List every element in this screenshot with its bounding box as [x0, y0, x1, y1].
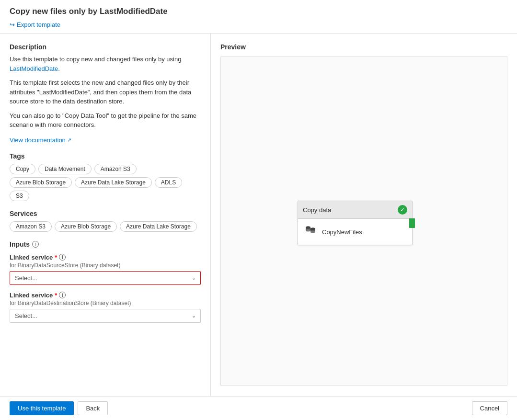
required-star-2: *	[55, 292, 57, 299]
bottom-left-buttons: Use this template Back	[10, 401, 108, 415]
preview-canvas: Copy data ✓	[220, 57, 507, 386]
inputs-section: Inputs i Linked service * i for BinaryDa…	[10, 240, 201, 323]
inputs-heading-row: Inputs i	[10, 240, 201, 248]
right-panel: Preview Copy data ✓	[211, 34, 517, 396]
green-indicator	[409, 218, 415, 228]
export-template-link[interactable]: ↪ Export template	[10, 21, 60, 28]
cancel-button[interactable]: Cancel	[472, 401, 507, 415]
linked-service-2-select[interactable]: Select...	[10, 309, 201, 323]
service-azure-blob: Azure Blob Storage	[55, 221, 117, 232]
tags-heading: Tags	[10, 152, 201, 160]
export-arrow-icon: ↪	[10, 21, 15, 28]
main-content: Description Use this template to copy ne…	[0, 34, 517, 396]
copy-data-card: Copy data ✓	[298, 201, 413, 245]
linked-service-2-info-icon[interactable]: i	[59, 292, 66, 298]
view-documentation-link[interactable]: View documentation ↗	[10, 136, 71, 144]
description-para1: Use this template to copy new and change…	[10, 55, 201, 73]
description-para3: You can also go to "Copy Data Tool" to g…	[10, 111, 201, 130]
top-bar: Copy new files only by LastModifiedDate …	[0, 0, 517, 34]
copy-data-title: Copy data	[303, 206, 331, 214]
svg-point-3	[306, 227, 310, 229]
use-template-button[interactable]: Use this template	[10, 401, 74, 415]
check-circle-icon: ✓	[398, 205, 407, 215]
svg-point-2	[306, 229, 310, 232]
linked-service-1-select-wrapper: Select... ⌄	[10, 271, 201, 285]
tag-azure-datalake: Azure Data Lake Storage	[75, 177, 152, 188]
tag-copy: Copy	[10, 164, 35, 174]
linked-service-1-select[interactable]: Select...	[10, 271, 201, 285]
bottom-bar: Use this template Back Cancel	[0, 396, 517, 420]
linked-service-2-label: Linked service * i	[10, 292, 201, 299]
inputs-heading: Inputs	[10, 240, 30, 248]
description-heading: Description	[10, 43, 201, 51]
external-link-icon: ↗	[67, 137, 71, 143]
copy-new-files-label: CopyNewFiles	[322, 228, 362, 236]
linked-service-2-sublabel: for BinaryDataDestinationStore (Binary d…	[10, 300, 201, 306]
tag-adls: ADLS	[155, 177, 182, 188]
tag-azure-blob: Azure Blob Storage	[10, 177, 72, 188]
linked-service-1-sublabel: for BinaryDataSourceStore (Binary datase…	[10, 262, 201, 269]
tag-amazon-s3: Amazon S3	[94, 164, 137, 174]
linked-service-1-block: Linked service * i for BinaryDataSourceS…	[10, 254, 201, 285]
service-azure-datalake: Azure Data Lake Storage	[120, 221, 197, 232]
linked-service-1-info-icon[interactable]: i	[59, 254, 66, 261]
inputs-info-icon[interactable]: i	[32, 241, 39, 248]
back-button[interactable]: Back	[78, 401, 108, 415]
copy-data-body: CopyNewFiles	[298, 218, 412, 245]
linked-service-2-select-wrapper: Select... ⌄	[10, 309, 201, 323]
services-section: Services Amazon S3 Azure Blob Storage Az…	[10, 210, 201, 232]
tag-data-movement: Data Movement	[38, 164, 92, 174]
copy-data-header: Copy data ✓	[298, 201, 412, 218]
tags-container: Copy Data Movement Amazon S3 Azure Blob …	[10, 164, 201, 201]
tag-s3: S3	[10, 191, 29, 201]
tags-section: Tags Copy Data Movement Amazon S3 Azure …	[10, 152, 201, 201]
page-title: Copy new files only by LastModifiedDate	[10, 7, 507, 16]
left-panel: Description Use this template to copy ne…	[0, 34, 211, 396]
database-icon	[304, 224, 317, 240]
linked-service-2-block: Linked service * i for BinaryDataDestina…	[10, 292, 201, 323]
linked-service-1-label: Linked service * i	[10, 254, 201, 261]
svg-point-6	[310, 231, 315, 233]
description-para2: This template first selects the new and …	[10, 78, 201, 106]
services-heading: Services	[10, 210, 201, 217]
required-star-1: *	[55, 254, 57, 261]
preview-heading: Preview	[220, 43, 507, 51]
last-modified-link[interactable]: LastModifiedDate.	[10, 65, 60, 72]
svg-point-7	[310, 228, 315, 230]
service-amazon-s3: Amazon S3	[10, 221, 52, 232]
services-container: Amazon S3 Azure Blob Storage Azure Data …	[10, 221, 201, 232]
